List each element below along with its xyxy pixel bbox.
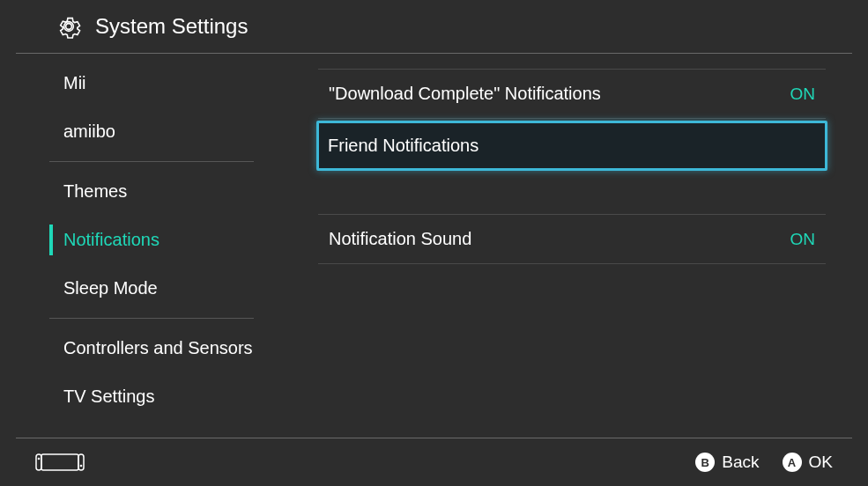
ok-button[interactable]: A OK — [783, 453, 833, 472]
header: System Settings — [16, 0, 852, 54]
footer: B Back A OK — [16, 438, 852, 486]
sidebar-item-controllers[interactable]: Controllers and Sensors — [49, 324, 278, 372]
group-gap — [318, 171, 826, 215]
sidebar-item-notifications[interactable]: Notifications — [49, 216, 278, 264]
sidebar-item-label: Mii — [63, 73, 86, 92]
setting-notification-sound[interactable]: Notification Sound ON — [318, 214, 826, 264]
setting-value: ON — [790, 230, 816, 249]
svg-rect-2 — [78, 454, 84, 470]
sidebar-item-label: Notifications — [63, 230, 160, 249]
sidebar-item-label: Themes — [63, 181, 127, 201]
sidebar-item-label: TV Settings — [63, 387, 154, 406]
sidebar-divider — [49, 318, 254, 319]
sidebar-item-themes[interactable]: Themes — [49, 167, 278, 216]
setting-value: ON — [790, 85, 816, 104]
content: Mii amiibo Themes Notifications Sleep Mo… — [0, 54, 868, 437]
setting-label: Notification Sound — [329, 229, 471, 249]
sidebar-item-label: Sleep Mode — [63, 278, 158, 298]
ok-label: OK — [809, 453, 833, 472]
back-button[interactable]: B Back — [695, 453, 759, 472]
sidebar-item-tv-settings[interactable]: TV Settings — [49, 372, 278, 421]
setting-friend-notifications[interactable]: Friend Notifications — [316, 121, 827, 171]
svg-point-3 — [38, 458, 41, 460]
back-label: Back — [722, 453, 759, 472]
setting-label: Friend Notifications — [328, 136, 479, 156]
sidebar-item-sleep-mode[interactable]: Sleep Mode — [49, 264, 278, 313]
svg-point-4 — [80, 465, 83, 468]
sidebar-item-mii[interactable]: Mii — [49, 59, 278, 107]
b-button-icon: B — [695, 453, 715, 472]
sidebar-item-amiibo[interactable]: amiibo — [49, 107, 278, 156]
footer-buttons: B Back A OK — [695, 453, 833, 472]
controller-icon — [35, 452, 85, 473]
setting-label: "Download Complete" Notifications — [329, 84, 601, 104]
setting-download-complete[interactable]: "Download Complete" Notifications ON — [318, 69, 826, 119]
a-button-icon: A — [783, 453, 802, 472]
sidebar-item-label: amiibo — [63, 122, 115, 141]
sidebar-item-label: Controllers and Sensors — [63, 338, 253, 357]
page-title: System Settings — [95, 14, 248, 39]
sidebar: Mii amiibo Themes Notifications Sleep Mo… — [0, 54, 278, 437]
settings-panel: "Download Complete" Notifications ON Fri… — [278, 54, 868, 437]
sidebar-divider — [49, 161, 254, 162]
settings-icon — [55, 12, 83, 40]
svg-rect-1 — [36, 454, 41, 470]
svg-rect-0 — [41, 454, 78, 470]
